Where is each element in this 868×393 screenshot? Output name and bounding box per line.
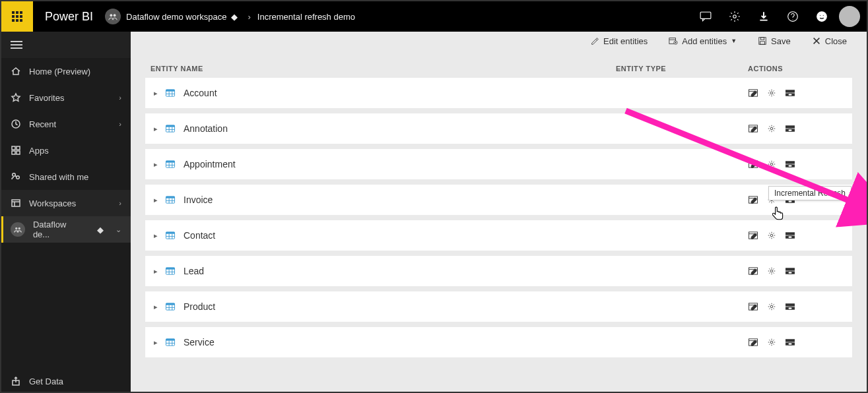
close-icon (812, 36, 821, 45)
premium-diamond-icon: ◆ (97, 225, 104, 235)
workspace-avatar-icon (11, 222, 25, 237)
nav-get-data[interactable]: Get Data (1, 368, 131, 393)
entity-row[interactable]: ▸Appointment (145, 149, 852, 179)
premium-diamond-icon: ◆ (231, 12, 238, 22)
breadcrumb-separator: › (248, 12, 251, 22)
add-entities-button[interactable]: Add entities ▼ (669, 36, 737, 46)
entity-name: Lead (184, 266, 616, 276)
entity-name: Service (184, 337, 616, 348)
incremental-refresh-icon[interactable] (785, 231, 795, 240)
feedback-button[interactable] (807, 1, 836, 32)
close-button[interactable]: Close (812, 36, 847, 46)
expand-toggle[interactable]: ▸ (150, 303, 161, 311)
notifications-button[interactable] (691, 1, 720, 32)
edit-entity-icon[interactable] (748, 231, 758, 240)
expand-toggle[interactable]: ▸ (150, 160, 161, 169)
table-header: ENTITY NAME ENTITY TYPE ACTIONS (145, 65, 852, 78)
entity-row[interactable]: ▸Service (145, 327, 852, 357)
edit-entity-icon[interactable] (748, 88, 758, 98)
download-button[interactable] (749, 1, 778, 32)
entity-settings-icon[interactable] (766, 338, 777, 347)
nav-apps[interactable]: Apps (1, 137, 131, 164)
save-button[interactable]: Save (758, 36, 791, 46)
nav-favorites[interactable]: Favorites › (1, 84, 131, 111)
edit-entities-button[interactable]: Edit entities (590, 36, 648, 46)
entity-row[interactable]: ▸Annotation (145, 113, 852, 144)
chevron-right-icon: › (119, 120, 121, 128)
incremental-refresh-icon[interactable] (785, 338, 795, 347)
expand-toggle[interactable]: ▸ (150, 231, 161, 240)
breadcrumb-page[interactable]: Incremental refresh demo (257, 12, 355, 22)
help-button[interactable] (778, 1, 807, 32)
edit-entity-icon[interactable] (748, 124, 758, 133)
table-icon (165, 88, 176, 98)
nav-home[interactable]: Home (Preview) (1, 58, 131, 84)
hamburger-icon (11, 44, 22, 45)
entity-settings-icon[interactable] (766, 302, 777, 311)
entity-row[interactable]: ▸Product (145, 291, 852, 322)
add-icon (669, 36, 678, 45)
top-actions (691, 1, 867, 32)
save-label: Save (771, 36, 791, 46)
user-avatar[interactable] (839, 6, 860, 27)
nav-recent[interactable]: Recent › (1, 111, 131, 137)
apps-icon (11, 145, 21, 156)
expand-toggle[interactable]: ▸ (150, 125, 161, 133)
nav-current-ws-label: Dataflow de... (33, 220, 85, 239)
star-icon (11, 92, 21, 103)
entity-name: Contact (184, 230, 616, 241)
entity-settings-icon[interactable] (766, 160, 777, 169)
table-icon (165, 302, 176, 311)
entity-row[interactable]: ▸Contact (145, 220, 852, 251)
expand-toggle[interactable]: ▸ (150, 267, 161, 276)
table-icon (165, 195, 176, 204)
breadcrumb: Dataflow demo workspace ◆ › Incremental … (105, 9, 355, 24)
shared-icon (11, 171, 21, 182)
chevron-right-icon: › (119, 94, 121, 102)
col-header-name: ENTITY NAME (150, 65, 616, 73)
incremental-refresh-icon[interactable] (785, 88, 795, 98)
nav-collapse-button[interactable] (1, 32, 131, 58)
app-title: Power BI (33, 10, 105, 24)
entity-row[interactable]: ▸Account (145, 78, 852, 108)
incremental-refresh-icon[interactable] (785, 266, 795, 276)
entity-row[interactable]: ▸Invoice (145, 185, 852, 215)
edit-entity-icon[interactable] (748, 266, 758, 276)
entity-settings-icon[interactable] (766, 266, 777, 276)
edit-entity-icon[interactable] (748, 160, 758, 169)
edit-entity-icon[interactable] (748, 302, 758, 311)
top-bar: Power BI Dataflow demo workspace ◆ › Inc… (1, 1, 867, 32)
main-content: Edit entities Add entities ▼ Save Close … (131, 32, 867, 393)
tooltip-incremental-refresh: Incremental Refresh (768, 186, 851, 200)
table-icon (165, 160, 176, 169)
entity-row[interactable]: ▸Lead (145, 256, 852, 286)
entity-settings-icon[interactable] (766, 124, 777, 133)
entity-settings-icon[interactable] (766, 88, 777, 98)
edit-entity-icon[interactable] (748, 338, 758, 347)
nav-shared-label: Shared with me (29, 172, 88, 182)
incremental-refresh-icon[interactable] (785, 124, 795, 133)
expand-toggle[interactable]: ▸ (150, 89, 161, 98)
nav-current-workspace[interactable]: Dataflow de... ◆ ⌄ (1, 216, 131, 243)
breadcrumb-workspace[interactable]: Dataflow demo workspace (126, 12, 226, 22)
nav-home-label: Home (Preview) (29, 67, 90, 76)
entity-name: Appointment (184, 159, 616, 169)
nav-get-data-label: Get Data (29, 377, 63, 386)
app-launcher-button[interactable] (1, 1, 33, 32)
incremental-refresh-icon[interactable] (785, 302, 795, 311)
table-icon (165, 231, 176, 240)
nav-recent-label: Recent (29, 119, 56, 129)
expand-toggle[interactable]: ▸ (150, 196, 161, 204)
entity-list: ▸Account▸Annotation▸Appointment▸Invoice▸… (145, 78, 852, 357)
table-icon (165, 266, 176, 276)
expand-toggle[interactable]: ▸ (150, 338, 161, 347)
workspace-icon (105, 9, 121, 24)
nav-workspaces[interactable]: Workspaces › (1, 190, 131, 216)
settings-button[interactable] (720, 1, 749, 32)
entity-settings-icon[interactable] (766, 231, 777, 240)
incremental-refresh-icon[interactable] (785, 160, 795, 169)
save-icon (758, 36, 767, 45)
edit-entity-icon[interactable] (748, 195, 758, 204)
nav-shared[interactable]: Shared with me (1, 164, 131, 190)
entity-name: Invoice (184, 195, 616, 205)
